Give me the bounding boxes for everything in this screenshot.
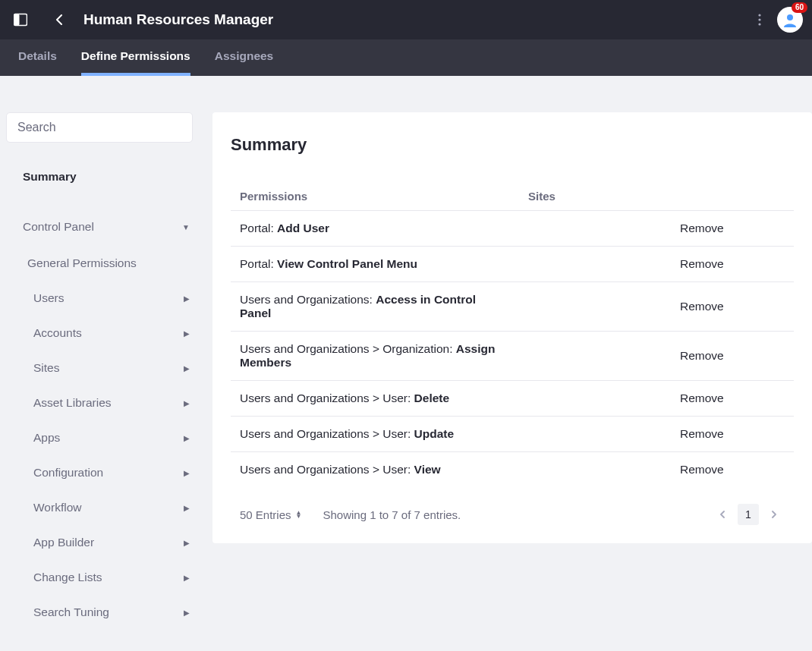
more-menu-button[interactable] <box>748 8 771 31</box>
sidebar-item-label: Apps <box>33 431 60 445</box>
table-row: Users and Organizations > Organization: … <box>231 332 794 381</box>
sidebar-item-label: Accounts <box>33 326 82 340</box>
sidebar-item-label: Workflow <box>33 501 81 514</box>
sidebar-icon <box>14 13 27 27</box>
caret-down-icon: ▼ <box>182 223 190 231</box>
sidebar-item-app-builder[interactable]: App Builder ▶ <box>6 527 206 558</box>
permission-cell: Users and Organizations > User: Update <box>231 417 519 452</box>
sidebar: Summary Control Panel ▼ General Permissi… <box>0 76 212 651</box>
permission-cell: Users and Organizations > User: View <box>231 452 519 488</box>
pagination-next-button[interactable] <box>763 504 785 525</box>
sidebar-item-apps[interactable]: Apps ▶ <box>6 422 206 454</box>
user-icon <box>782 12 798 27</box>
remove-link[interactable]: Remove <box>680 427 724 440</box>
caret-right-icon: ▶ <box>184 364 190 373</box>
search-input[interactable] <box>6 112 193 143</box>
tabs: Details Define Permissions Assignees <box>0 39 812 76</box>
tab-assignees[interactable]: Assignees <box>215 39 274 76</box>
pagination-prev-button[interactable] <box>712 504 733 525</box>
summary-card: Summary Permissions Sites Portal: Add Us… <box>212 112 812 543</box>
sites-cell <box>519 417 671 452</box>
permission-action: View Control Panel Menu <box>277 257 417 270</box>
sidebar-item-general-permissions[interactable]: General Permissions <box>6 247 206 279</box>
sites-cell <box>519 282 671 332</box>
tab-details[interactable]: Details <box>18 39 57 76</box>
permission-prefix: Users and Organizations > User: <box>240 427 414 440</box>
svg-point-4 <box>758 23 760 25</box>
permission-prefix: Portal: <box>240 257 277 270</box>
pagination-page-1[interactable]: 1 <box>738 504 759 525</box>
caret-right-icon: ▶ <box>184 469 190 477</box>
sidebar-item-search-tuning[interactable]: Search Tuning ▶ <box>6 596 206 628</box>
sidebar-item-accounts[interactable]: Accounts ▶ <box>6 317 206 349</box>
sidebar-summary-link[interactable]: Summary <box>6 161 206 193</box>
sidebar-item-users[interactable]: Users ▶ <box>6 282 206 314</box>
user-menu-button[interactable]: 60 <box>777 7 803 33</box>
table-footer: 50 Entries ▲▼ Showing 1 to 7 of 7 entrie… <box>231 487 794 525</box>
main-content: Summary Permissions Sites Portal: Add Us… <box>212 76 812 651</box>
sites-cell <box>519 211 671 247</box>
permission-action: Delete <box>414 392 450 404</box>
remove-link[interactable]: Remove <box>680 300 724 313</box>
permission-prefix: Portal: <box>240 222 277 234</box>
caret-right-icon: ▶ <box>184 294 190 303</box>
column-header-permissions[interactable]: Permissions <box>231 182 519 211</box>
sidebar-item-label: Change Lists <box>33 571 102 584</box>
notification-badge: 60 <box>792 2 807 13</box>
back-button[interactable] <box>47 8 73 31</box>
actions-cell: Remove <box>671 381 794 417</box>
sort-icon: ▲▼ <box>296 511 302 518</box>
pagination: 1 <box>712 504 785 525</box>
entries-per-page-toggle[interactable]: 50 Entries ▲▼ <box>240 508 301 521</box>
caret-right-icon: ▶ <box>184 504 190 512</box>
svg-point-5 <box>787 14 793 20</box>
permission-prefix: Users and Organizations > User: <box>240 392 414 404</box>
sidebar-section-label: Control Panel <box>23 220 94 234</box>
sidebar-item-label: App Builder <box>33 536 94 549</box>
remove-link[interactable]: Remove <box>680 349 724 362</box>
column-header-actions <box>671 182 794 211</box>
permission-action: View <box>414 463 441 476</box>
sidebar-item-label: Users <box>33 291 64 305</box>
table-row: Portal: Add UserRemove <box>231 211 794 247</box>
sites-cell <box>519 381 671 417</box>
panel-toggle-button[interactable] <box>9 8 32 31</box>
permission-action: Add User <box>277 222 329 234</box>
sidebar-section-control-panel[interactable]: Control Panel ▼ <box>6 211 206 243</box>
permissions-table: Permissions Sites Portal: Add UserRemove… <box>231 182 794 487</box>
sidebar-item-configuration[interactable]: Configuration ▶ <box>6 457 206 489</box>
showing-text: Showing 1 to 7 of 7 entries. <box>323 508 461 521</box>
tab-define-permissions[interactable]: Define Permissions <box>81 39 190 76</box>
sidebar-item-label: Search Tuning <box>33 605 109 619</box>
actions-cell: Remove <box>671 332 794 381</box>
remove-link[interactable]: Remove <box>680 222 724 234</box>
actions-cell: Remove <box>671 211 794 247</box>
permission-cell: Users and Organizations > User: Delete <box>231 381 519 417</box>
sidebar-item-change-lists[interactable]: Change Lists ▶ <box>6 561 206 593</box>
permission-cell: Portal: Add User <box>231 211 519 247</box>
sidebar-item-sites[interactable]: Sites ▶ <box>6 352 206 384</box>
permission-prefix: Users and Organizations > User: <box>240 463 414 476</box>
chevron-left-icon <box>719 511 726 518</box>
remove-link[interactable]: Remove <box>680 257 724 270</box>
svg-rect-1 <box>14 14 20 26</box>
caret-right-icon: ▶ <box>184 574 190 582</box>
permission-prefix: Users and Organizations: <box>240 293 376 306</box>
remove-link[interactable]: Remove <box>680 392 724 404</box>
svg-point-3 <box>758 18 760 20</box>
permission-cell: Portal: View Control Panel Menu <box>231 247 519 282</box>
card-heading: Summary <box>231 135 794 155</box>
permission-action: Update <box>414 427 455 440</box>
permission-prefix: Users and Organizations > Organization: <box>240 342 456 355</box>
actions-cell: Remove <box>671 417 794 452</box>
sidebar-item-label: Asset Libraries <box>33 396 112 410</box>
remove-link[interactable]: Remove <box>680 463 724 476</box>
actions-cell: Remove <box>671 247 794 282</box>
sidebar-item-workflow[interactable]: Workflow ▶ <box>6 492 206 524</box>
actions-cell: Remove <box>671 452 794 488</box>
column-header-sites[interactable]: Sites <box>519 182 671 211</box>
sidebar-item-asset-libraries[interactable]: Asset Libraries ▶ <box>6 387 206 419</box>
page-title: Human Resources Manager <box>83 11 273 28</box>
dots-vertical-icon <box>758 14 761 26</box>
sites-cell <box>519 332 671 381</box>
